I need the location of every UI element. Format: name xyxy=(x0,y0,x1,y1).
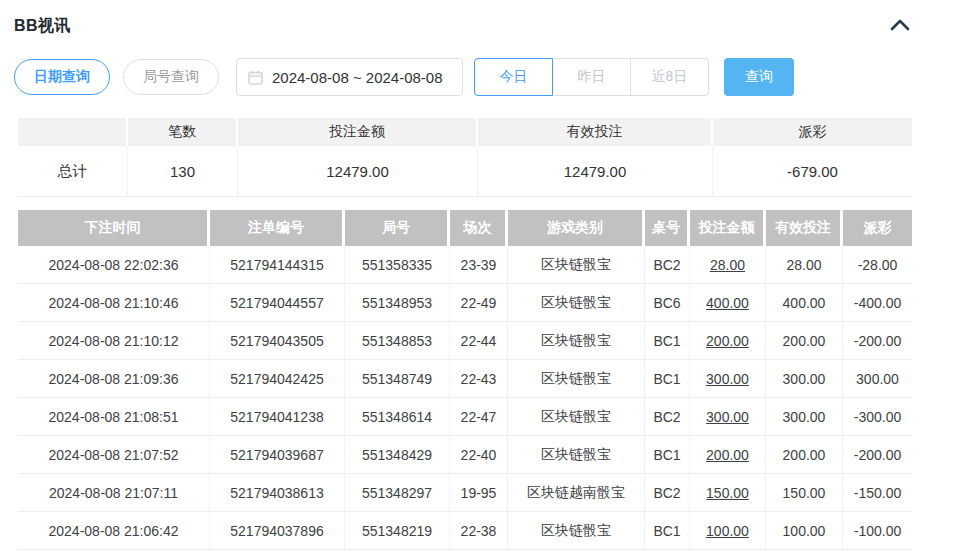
table-row: 2024-08-08 21:07:11521794038613551348297… xyxy=(18,474,912,512)
order-id-cell: 521794039687 xyxy=(210,436,345,473)
table-row: 2024-08-08 21:06:42521794037896551348219… xyxy=(18,512,912,550)
order-id-cell: 521794042425 xyxy=(210,360,345,397)
bet-amount-link[interactable]: 300.00 xyxy=(690,398,766,435)
table-row: 2024-08-08 21:08:51521794041238551348614… xyxy=(18,398,912,436)
summary-value: 12479.00 xyxy=(478,146,713,196)
bet-time-cell: 2024-08-08 21:07:52 xyxy=(18,436,210,473)
round-id-cell: 551348953 xyxy=(345,284,450,321)
valid-bet-cell: 150.00 xyxy=(766,474,843,511)
summary-column-header: 笔数 xyxy=(128,118,238,146)
quick-today-button[interactable]: 今日 xyxy=(474,58,553,96)
column-header: 有效投注 xyxy=(766,210,843,246)
bet-amount-link[interactable]: 150.00 xyxy=(690,474,766,511)
calendar-icon xyxy=(248,70,263,85)
round-id-cell: 551348429 xyxy=(345,436,450,473)
table-id-cell: BC1 xyxy=(645,360,690,397)
payout-cell: -100.00 xyxy=(843,512,912,549)
bet-amount-link[interactable]: 400.00 xyxy=(690,284,766,321)
session-cell: 22-47 xyxy=(450,398,508,435)
bet-time-cell: 2024-08-08 21:07:11 xyxy=(18,474,210,511)
summary-column-header: 投注金额 xyxy=(238,118,478,146)
search-button[interactable]: 查询 xyxy=(724,58,794,96)
column-header: 派彩 xyxy=(843,210,912,246)
bet-amount-link[interactable]: 300.00 xyxy=(690,360,766,397)
table-id-cell: BC1 xyxy=(645,512,690,549)
table-id-cell: BC2 xyxy=(645,474,690,511)
valid-bet-cell: 300.00 xyxy=(766,360,843,397)
table-row: 2024-08-08 21:10:46521794044557551348953… xyxy=(18,284,912,322)
valid-bet-cell: 100.00 xyxy=(766,512,843,549)
column-header: 游戏类别 xyxy=(508,210,645,246)
session-cell: 19-95 xyxy=(450,474,508,511)
round-query-tab[interactable]: 局号查询 xyxy=(123,59,219,95)
date-range-input[interactable]: 2024-08-08 ~ 2024-08-08 xyxy=(236,58,463,96)
bet-time-cell: 2024-08-08 21:08:51 xyxy=(18,398,210,435)
session-cell: 22-40 xyxy=(450,436,508,473)
session-cell: 22-43 xyxy=(450,360,508,397)
valid-bet-cell: 400.00 xyxy=(766,284,843,321)
game-type-cell: 区块链骰宝 xyxy=(508,322,645,359)
date-range-value: 2024-08-08 ~ 2024-08-08 xyxy=(272,69,443,86)
game-type-cell: 区块链骰宝 xyxy=(508,436,645,473)
session-cell: 22-49 xyxy=(450,284,508,321)
column-header: 下注时间 xyxy=(18,210,210,246)
round-id-cell: 551348853 xyxy=(345,322,450,359)
bet-time-cell: 2024-08-08 21:09:36 xyxy=(18,360,210,397)
payout-cell: 300.00 xyxy=(843,360,912,397)
bet-amount-link[interactable]: 100.00 xyxy=(690,512,766,549)
game-type-cell: 区块链骰宝 xyxy=(508,398,645,435)
bet-amount-link[interactable]: 28.00 xyxy=(690,246,766,283)
table-row: 2024-08-08 21:09:36521794042425551348749… xyxy=(18,360,912,398)
quick-range-group: 今日 昨日 近8日 xyxy=(474,58,709,96)
table-row: 2024-08-08 22:02:36521794144315551358335… xyxy=(18,246,912,284)
order-id-cell: 521794037896 xyxy=(210,512,345,549)
valid-bet-cell: 300.00 xyxy=(766,398,843,435)
table-row: 2024-08-08 21:07:52521794039687551348429… xyxy=(18,436,912,474)
payout-cell: -300.00 xyxy=(843,398,912,435)
bets-table-header: 下注时间注单编号局号场次游戏类别桌号投注金额有效投注派彩 xyxy=(18,210,912,246)
bet-amount-link[interactable]: 200.00 xyxy=(690,436,766,473)
session-cell: 22-38 xyxy=(450,512,508,549)
order-id-cell: 521794144315 xyxy=(210,246,345,283)
order-id-cell: 521794044557 xyxy=(210,284,345,321)
summary-value: 总计 xyxy=(18,146,128,196)
summary-column-header: 派彩 xyxy=(713,118,912,146)
column-header: 注单编号 xyxy=(210,210,345,246)
summary-value: 12479.00 xyxy=(238,146,478,196)
bet-time-cell: 2024-08-08 22:02:36 xyxy=(18,246,210,283)
collapse-panel-button[interactable] xyxy=(888,17,912,36)
table-id-cell: BC2 xyxy=(645,246,690,283)
payout-cell: -400.00 xyxy=(843,284,912,321)
valid-bet-cell: 200.00 xyxy=(766,436,843,473)
game-type-cell: 区块链骰宝 xyxy=(508,512,645,549)
quick-yesterday-button[interactable]: 昨日 xyxy=(552,58,631,96)
game-type-cell: 区块链骰宝 xyxy=(508,284,645,321)
payout-cell: -200.00 xyxy=(843,436,912,473)
bet-time-cell: 2024-08-08 21:06:42 xyxy=(18,512,210,549)
session-cell: 23-39 xyxy=(450,246,508,283)
panel-titlebar: BB视讯 xyxy=(0,0,956,36)
payout-cell: -150.00 xyxy=(843,474,912,511)
bets-table-body: 2024-08-08 22:02:36521794144315551358335… xyxy=(18,246,912,550)
order-id-cell: 521794043505 xyxy=(210,322,345,359)
table-id-cell: BC1 xyxy=(645,436,690,473)
date-query-tab[interactable]: 日期查询 xyxy=(14,59,110,95)
summary-column-header: 有效投注 xyxy=(478,118,713,146)
summary-header-row: 笔数投注金额有效投注派彩 xyxy=(18,118,912,146)
bb-video-panel: BB视讯 日期查询 局号查询 2024-08-08 ~ 2024-08-08 xyxy=(0,0,956,553)
column-header: 局号 xyxy=(345,210,450,246)
round-id-cell: 551348219 xyxy=(345,512,450,549)
bet-amount-link[interactable]: 200.00 xyxy=(690,322,766,359)
payout-cell: -28.00 xyxy=(843,246,912,283)
game-type-cell: 区块链越南骰宝 xyxy=(508,474,645,511)
filter-toolbar: 日期查询 局号查询 2024-08-08 ~ 2024-08-08 今日 昨日 … xyxy=(14,58,956,96)
summary-payout-value: -679.00 xyxy=(713,146,912,196)
page-title: BB视讯 xyxy=(14,16,71,37)
table-row: 2024-08-08 21:10:12521794043505551348853… xyxy=(18,322,912,360)
summary-total-row: 总计13012479.0012479.00-679.00 xyxy=(18,146,912,197)
summary-value: 130 xyxy=(128,146,238,196)
game-type-cell: 区块链骰宝 xyxy=(508,360,645,397)
table-id-cell: BC6 xyxy=(645,284,690,321)
session-cell: 22-44 xyxy=(450,322,508,359)
quick-last8days-button[interactable]: 近8日 xyxy=(630,58,709,96)
